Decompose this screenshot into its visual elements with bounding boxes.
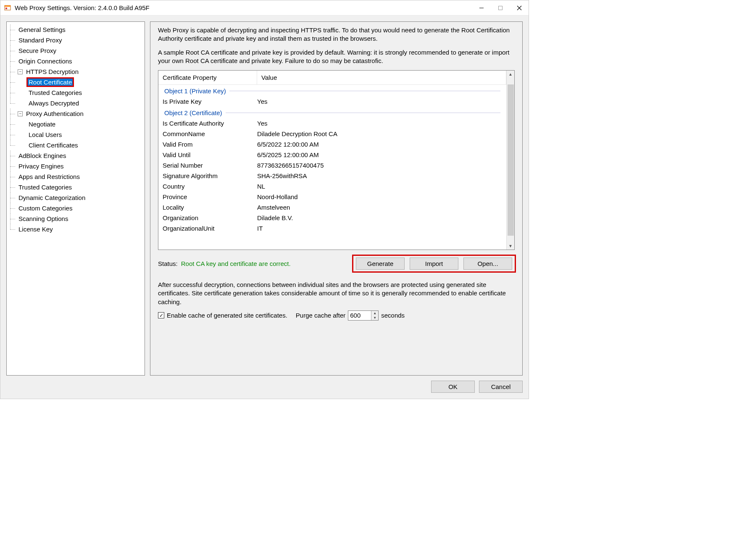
import-button[interactable]: Import [410,258,458,270]
purge-interval-spinner[interactable]: ▲ ▼ [348,310,379,321]
val-locality: Amstelveen [257,204,502,211]
status-label: Status: [158,260,178,267]
val-serial: 8773632665157400475 [257,162,502,169]
val-valid-from: 6/5/2022 12:00:00 AM [257,141,502,148]
scroll-down-icon[interactable]: ▼ [507,242,514,250]
prop-valid-from: Valid From [163,141,257,148]
purge-interval-input[interactable] [348,311,371,320]
val-province: Noord-Holland [257,193,502,200]
info-text-2: A sample Root CA certificate and private… [158,48,515,66]
enable-cache-label: Enable cache of generated site certifica… [167,312,287,319]
purge-after-label: seconds [381,312,405,319]
tree-item-dynamic-cat[interactable]: Dynamic Categorization [18,194,86,201]
scroll-up-icon[interactable]: ▲ [507,71,514,78]
tree-item-root-certificate[interactable]: Root Certificate [28,79,73,86]
tree-item-local-users[interactable]: Local Users [28,131,63,138]
tree-item-client-certs[interactable]: Client Certificates [28,142,79,149]
col-header-property[interactable]: Certificate Property [158,71,257,84]
certificate-table: Certificate Property Value Object 1 (Pri… [158,70,515,250]
col-header-value[interactable]: Value [257,71,506,84]
tree-panel: General Settings Standard Proxy Secure P… [6,21,145,376]
prop-is-private-key: Is Private Key [163,98,257,105]
tree-item-general[interactable]: General Settings [18,26,66,33]
tree-item-secure-proxy[interactable]: Secure Proxy [18,47,57,54]
prop-country: Country [163,183,257,190]
val-org: Diladele B.V. [257,214,502,221]
prop-serial: Serial Number [163,162,257,169]
minimize-button[interactable] [472,2,491,14]
tree-item-privacy[interactable]: Privacy Engines [18,163,65,170]
settings-window: Web Proxy Settings. Version: 2.4.0.0 Bui… [0,0,529,399]
status-value: Root CA key and certificate are correct. [181,260,291,267]
prop-cn: CommonName [163,130,257,137]
scroll-thumb[interactable] [508,84,514,236]
tree-item-custom-cat[interactable]: Custom Categories [18,205,73,212]
tree-item-negotiate[interactable]: Negotiate [28,121,56,128]
section-certificate: Object 2 (Certificate) [164,109,222,116]
window-title: Web Proxy Settings. Version: 2.4.0.0 Bui… [15,4,472,11]
table-scrollbar[interactable]: ▲ ▼ [506,71,514,250]
tree-item-trusted2[interactable]: Trusted Categories [18,184,73,191]
prop-org: Organization [163,214,257,221]
val-sigalg: SHA-256withRSA [257,172,502,179]
spinner-down-icon[interactable]: ▼ [371,315,378,320]
prop-province: Province [163,193,257,200]
tree-item-standard-proxy[interactable]: Standard Proxy [18,37,63,44]
val-is-ca: Yes [257,120,502,127]
tree-item-trusted-categories[interactable]: Trusted Categories [28,89,83,96]
caching-info-text: After successful decryption, connections… [158,281,515,306]
tree-item-scanning[interactable]: Scanning Options [18,215,69,222]
purge-before-label: Purge cache after [296,312,345,319]
cancel-button[interactable]: Cancel [479,381,523,393]
maximize-button[interactable] [491,2,510,14]
generate-button[interactable]: Generate [356,258,405,270]
prop-ou: OrganizationalUnit [163,225,257,232]
val-is-private-key: Yes [257,98,502,105]
svg-rect-2 [5,8,7,9]
tree-item-origin[interactable]: Origin Connections [18,58,73,65]
svg-rect-4 [498,6,502,10]
collapse-icon[interactable]: − [18,69,23,74]
cert-action-buttons: Generate Import Open... [353,256,515,271]
val-cn: Diladele Decryption Root CA [257,130,502,137]
spinner-up-icon[interactable]: ▲ [371,311,378,315]
prop-is-ca: Is Certificate Authority [163,120,257,127]
titlebar: Web Proxy Settings. Version: 2.4.0.0 Bui… [0,0,529,16]
open-button[interactable]: Open... [463,258,512,270]
info-text-1: Web Proxy is capable of decrypting and i… [158,26,515,43]
enable-cache-checkbox[interactable]: ✓ [158,312,164,318]
svg-rect-1 [5,5,11,7]
section-private-key: Object 1 (Private Key) [164,87,226,95]
tree-item-always-decrypted[interactable]: Always Decrypted [28,100,80,107]
ok-button[interactable]: OK [431,381,475,393]
main-panel: Web Proxy is capable of decrypting and i… [150,21,523,376]
prop-valid-until: Valid Until [163,151,257,158]
val-valid-until: 6/5/2025 12:00:00 AM [257,151,502,158]
collapse-icon[interactable]: − [18,111,23,116]
val-country: NL [257,183,502,190]
prop-locality: Locality [163,204,257,211]
tree-item-license[interactable]: License Key [18,226,54,233]
tree-item-https-decryption[interactable]: HTTPS Decryption [25,68,79,75]
app-icon [4,4,11,12]
close-button[interactable] [510,2,529,14]
val-ou: IT [257,225,502,232]
tree-item-adblock[interactable]: AdBlock Engines [18,152,67,159]
prop-sigalg: Signature Algorithm [163,172,257,179]
tree-item-apps[interactable]: Apps and Restrictions [18,173,81,180]
tree-item-proxy-auth[interactable]: Proxy Authentication [25,110,84,117]
